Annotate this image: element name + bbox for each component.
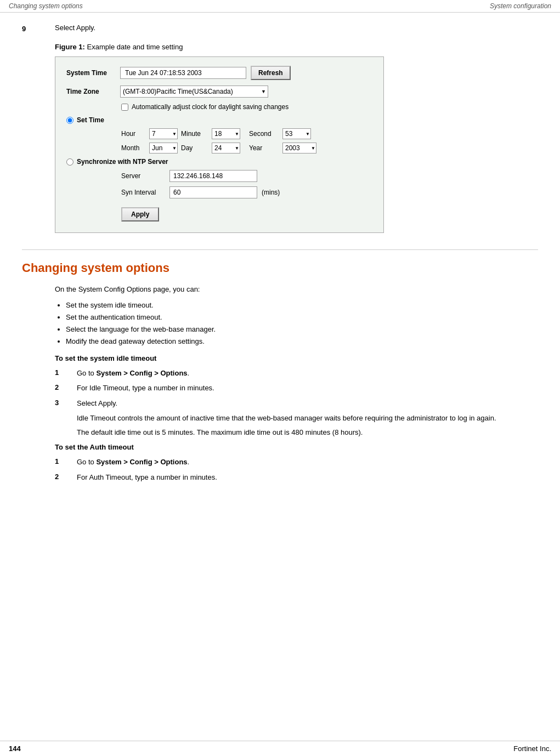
step-9-text: Select Apply. xyxy=(55,24,95,32)
section-heading: Changing system options xyxy=(22,261,538,275)
day-select[interactable]: 24 xyxy=(212,143,240,154)
bullet-item-4: Modify the dead gateway detection settin… xyxy=(66,336,538,348)
idle-step-2-num: 2 xyxy=(55,383,77,391)
auth-step-1-text: Go to System > Config > Options. xyxy=(77,457,189,468)
section-divider xyxy=(22,249,538,250)
mins-label: (mins) xyxy=(262,189,280,196)
ntp-label: Synchronize with NTP Server xyxy=(77,158,168,166)
set-time-radio[interactable] xyxy=(66,117,73,124)
syn-interval-row: Syn Interval (mins) xyxy=(121,186,372,198)
auth-steps: 1 Go to System > Config > Options. 2 For… xyxy=(55,457,538,482)
month-select[interactable]: Jun xyxy=(149,143,178,154)
refresh-button[interactable]: Refresh xyxy=(251,66,291,80)
server-input[interactable] xyxy=(169,170,257,182)
apply-button[interactable]: Apply xyxy=(121,207,159,221)
set-time-radio-row: Set Time xyxy=(66,116,372,124)
year-select-wrapper: 2003 xyxy=(282,143,316,154)
day-label: Day xyxy=(181,144,208,152)
hms-group: Hour 7 Minute 18 Second xyxy=(121,128,372,139)
header-right: System configuration xyxy=(490,2,551,10)
minute-select-wrapper: 18 xyxy=(212,128,240,139)
time-fields-row1: Hour 7 Minute 18 Second xyxy=(121,128,372,154)
time-zone-row: Time Zone (GMT-8:00)Pacific Time(US&Cana… xyxy=(66,86,372,98)
bullet-list: Set the system idle timeout. Set the aut… xyxy=(66,299,538,348)
idle-info-2: The default idle time out is 5 minutes. … xyxy=(77,427,538,438)
idle-step-1: 1 Go to System > Config > Options. xyxy=(55,368,538,379)
auto-adjust-label: Automatically adjust clock for daylight … xyxy=(132,103,289,111)
page-footer: 144 Fortinet Inc. xyxy=(0,741,560,756)
auth-timeout-heading: To set the Auth timeout xyxy=(55,443,538,451)
auth-step-2-num: 2 xyxy=(55,472,77,481)
idle-step-2: 2 For Idle Timeout, type a number in min… xyxy=(55,383,538,394)
server-label: Server xyxy=(121,172,165,180)
server-row: Server xyxy=(121,170,372,182)
auto-adjust-checkbox[interactable] xyxy=(121,104,128,111)
system-time-value: Tue Jun 24 07:18:53 2003 xyxy=(120,67,246,79)
syn-interval-label: Syn Interval xyxy=(121,189,165,196)
bullet-item-2: Set the authentication timeout. xyxy=(66,311,538,323)
idle-step-3: 3 Select Apply. xyxy=(55,398,538,409)
set-time-section: Set Time Hour 7 Minute 18 xyxy=(66,116,372,154)
month-label: Month xyxy=(121,144,146,152)
mdy-group: Month Jun Day 24 Year xyxy=(121,143,372,154)
minute-select[interactable]: 18 xyxy=(212,128,240,139)
figure-label: Figure 1: xyxy=(55,43,85,51)
hour-select[interactable]: 7 xyxy=(149,128,178,139)
ui-screenshot-box: System Time Tue Jun 24 07:18:53 2003 Ref… xyxy=(55,56,384,233)
ntp-radio[interactable] xyxy=(66,158,73,166)
hour-select-wrapper: 7 xyxy=(149,128,178,139)
ntp-section: Synchronize with NTP Server Server Syn I… xyxy=(66,158,372,221)
minute-label: Minute xyxy=(181,130,208,138)
auth-step-1-num: 1 xyxy=(55,457,77,465)
idle-step-3-num: 3 xyxy=(55,398,77,407)
time-zone-select[interactable]: (GMT-8:00)Pacific Time(US&Canada) xyxy=(120,86,268,98)
idle-timeout-heading: To set the system idle timeout xyxy=(55,354,538,362)
idle-step-2-text: For Idle Timeout, type a number in minut… xyxy=(77,383,214,394)
page-header: Changing system options System configura… xyxy=(0,0,560,13)
ntp-fields: Server Syn Interval (mins) Apply xyxy=(121,170,372,221)
set-time-label: Set Time xyxy=(77,116,104,124)
step-9-row: 9 Select Apply. xyxy=(22,24,538,33)
idle-step-1-bold: System > Config > Options xyxy=(96,369,187,377)
step-9-number: 9 xyxy=(22,24,55,33)
idle-step-1-num: 1 xyxy=(55,368,77,377)
second-label: Second xyxy=(249,130,279,138)
time-zone-label: Time Zone xyxy=(66,88,116,95)
bullet-item-1: Set the system idle timeout. xyxy=(66,299,538,311)
figure-caption: Figure 1: Example date and time setting xyxy=(55,43,538,51)
auto-adjust-row: Automatically adjust clock for daylight … xyxy=(121,103,372,111)
year-label: Year xyxy=(249,144,279,152)
figure-title: Example date and time setting xyxy=(87,43,183,51)
footer-page-number: 144 xyxy=(9,744,21,753)
syn-interval-input[interactable] xyxy=(169,186,257,198)
header-left: Changing system options xyxy=(9,2,83,10)
idle-step-1-text: Go to System > Config > Options. xyxy=(77,368,189,379)
auth-step-2: 2 For Auth Timeout, type a number in min… xyxy=(55,472,538,483)
page-content: 9 Select Apply. Figure 1: Example date a… xyxy=(0,13,560,509)
second-select[interactable]: 53 xyxy=(282,128,311,139)
idle-info-1: Idle Timeout controls the amount of inac… xyxy=(77,413,538,424)
idle-steps: 1 Go to System > Config > Options. 2 For… xyxy=(55,368,538,409)
hour-label: Hour xyxy=(121,130,146,138)
bullet-item-3: Select the language for the web-base man… xyxy=(66,323,538,336)
second-select-wrapper: 53 xyxy=(282,128,311,139)
month-select-wrapper: Jun xyxy=(149,143,178,154)
footer-company: Fortinet Inc. xyxy=(513,744,551,753)
day-select-wrapper: 24 xyxy=(212,143,240,154)
time-zone-select-wrapper: (GMT-8:00)Pacific Time(US&Canada) xyxy=(120,86,268,98)
section-intro: On the System Config Options page, you c… xyxy=(55,284,538,295)
year-select[interactable]: 2003 xyxy=(282,143,316,154)
idle-step-3-text: Select Apply. xyxy=(77,398,117,409)
auth-step-1-bold: System > Config > Options xyxy=(96,458,187,466)
auth-step-1: 1 Go to System > Config > Options. xyxy=(55,457,538,468)
system-time-label: System Time xyxy=(66,69,116,77)
auth-step-2-text: For Auth Timeout, type a number in minut… xyxy=(77,472,217,483)
ntp-radio-row: Synchronize with NTP Server xyxy=(66,158,372,166)
system-time-row: System Time Tue Jun 24 07:18:53 2003 Ref… xyxy=(66,66,372,80)
